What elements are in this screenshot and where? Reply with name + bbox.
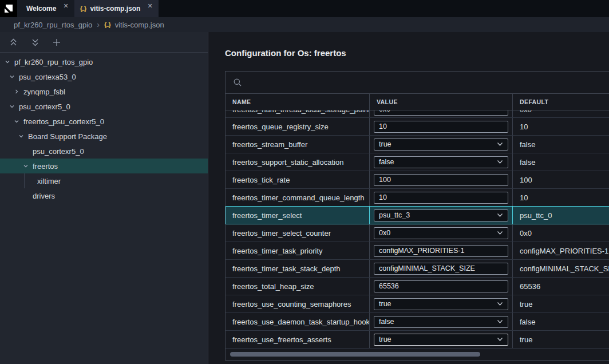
value-text: false [379,158,394,166]
param-default: 100 [520,176,532,184]
param-default: 10 [520,122,528,131]
config-panel: Configuration for Os: freertos NAME VALU… [208,32,609,364]
chevron-right-icon [14,89,23,94]
param-default-cell: true [513,295,609,312]
tree-item-label: Board Support Package [28,132,107,141]
json-file-icon: {..} [80,5,86,12]
chevron-down-icon [497,231,503,235]
table-search[interactable] [226,72,609,94]
table-row-freertos_use_counting_semaphores[interactable]: freertos_use_counting_semaphorestruetrue [226,295,609,313]
close-icon[interactable]: ✕ [147,2,152,10]
tree-item-xiltimer[interactable]: xiltimer [0,173,208,188]
param-name-cell: freertos_num_thread_local_storage_pointe… [226,110,370,118]
table-row-freertos_timer_select_counter[interactable]: freertos_timer_select_counter0x00x0 [226,224,609,242]
param-default: configMAX_PRIORITIES-1 [520,247,608,255]
table-body: freertos_num_thread_local_storage_pointe… [226,110,609,349]
param-value-cell: 10 [370,189,513,206]
table-row-freertos_queue_registry_size[interactable]: freertos_queue_registry_size1010 [226,118,609,136]
horizontal-scrollbar-thumb[interactable] [230,352,480,357]
expand-all-icon[interactable] [30,37,40,48]
value-input-freertos_timer_task_priority[interactable]: configMAX_PRIORITIES-1 [374,245,508,257]
param-default-cell: configMAX_PRIORITIES-1 [513,242,609,259]
param-name-cell: freertos_use_freertos_asserts [226,331,370,348]
tree-item-pf-kr260-rpu-rtos-gpio[interactable]: pf_kr260_rpu_rtos_gpio [0,54,208,69]
value-input-freertos_num_thread_local_storage_pointer[interactable]: 0x0 [374,110,508,116]
collapse-all-icon[interactable] [8,37,18,48]
tab-welcome[interactable]: Welcome ✕ [0,0,74,17]
breadcrumb-file[interactable]: vitis-comp.json [115,21,164,29]
param-default: true [520,335,532,344]
param-default: 0x0 [520,110,532,114]
tree-item-psu-cortexa53-0[interactable]: psu_cortexa53_0 [0,69,208,84]
chevron-down-icon [23,163,33,169]
value-input-freertos_timer_task_stack_depth[interactable]: configMINIMAL_STACK_SIZE [374,263,508,275]
chevron-down-icon [497,319,503,324]
value-text: false [379,318,394,326]
tree-item-drivers[interactable]: drivers [0,188,208,203]
tree-item-zynqmp-fsbl[interactable]: zynqmp_fsbl [0,84,208,99]
table-row-freertos_tick_rate[interactable]: freertos_tick_rate100100 [226,171,609,189]
value-input-freertos_tick_rate[interactable]: 100 [374,174,508,186]
param-default-cell: true [513,331,609,348]
param-name-cell: freertos_use_counting_semaphores [226,295,370,312]
param-value-cell: true [370,331,513,348]
page-title: Configuration for Os: freertos [225,48,609,58]
param-default: 10 [520,193,528,202]
close-icon[interactable]: ✕ [63,2,68,10]
tree-item-freertos[interactable]: freertos [0,159,208,173]
param-name: freertos_timer_command_queue_length [232,193,365,202]
value-select-freertos_use_counting_semaphores[interactable]: true [374,298,508,310]
table-row-freertos_timer_task_priority[interactable]: freertos_timer_task_priorityconfigMAX_PR… [226,242,609,260]
table-row-freertos_use_freertos_asserts[interactable]: freertos_use_freertos_assertstruetrue [226,331,609,349]
table-row-freertos_support_static_allocation[interactable]: freertos_support_static_allocationfalsef… [226,153,609,171]
value-text: 0x0 [379,110,390,113]
tab-vitis-comp-json[interactable]: {..} vitis-comp.json ✕ [74,0,159,17]
add-component-icon[interactable] [52,37,62,48]
param-default: 65536 [520,282,540,291]
param-default: 0x0 [520,229,532,238]
tree-item-psu-cortexr5-0[interactable]: psu_cortexr5_0 [0,99,208,114]
table-row-freertos_num_thread_local_storage_pointer[interactable]: freertos_num_thread_local_storage_pointe… [226,110,609,118]
param-name-cell: freertos_timer_select_counter [226,224,370,242]
table-row-freertos_use_daemon_task_startup_hook[interactable]: freertos_use_daemon_task_startup_hookfal… [226,313,609,331]
table-row-freertos_timer_command_queue_length[interactable]: freertos_timer_command_queue_length1010 [226,189,609,207]
tree-item-psu-cortexr5-0[interactable]: psu_cortexr5_0 [0,144,208,159]
param-name: freertos_timer_task_stack_depth [232,264,341,273]
param-name: freertos_stream_buffer [232,140,307,149]
value-text: configMAX_PRIORITIES-1 [379,247,464,255]
param-name: freertos_support_static_allocation [232,158,343,167]
chevron-down-icon [14,118,23,124]
tree-item-label: pf_kr260_rpu_rtos_gpio [14,58,93,66]
tree-item-label: psu_cortexr5_0 [19,102,70,111]
tree-item-label: xiltimer [37,177,61,185]
param-name-cell: freertos_queue_registry_size [226,118,370,135]
value-select-freertos_use_freertos_asserts[interactable]: true [374,334,508,346]
config-table: NAME VALUE DEFAULT freertos_num_thread_l… [225,71,609,361]
table-row-freertos_stream_buffer[interactable]: freertos_stream_buffertruefalse [226,136,609,153]
value-input-freertos_timer_command_queue_length[interactable]: 10 [374,192,508,204]
table-row-freertos_timer_select[interactable]: freertos_timer_selectpsu_ttc_3psu_ttc_0 [226,206,609,224]
value-input-freertos_total_heap_size[interactable]: 65536 [374,280,508,292]
param-value-cell: false [370,313,513,330]
value-text: 65536 [379,282,399,290]
column-header-default: DEFAULT [513,94,609,110]
tab-vitis-comp-json-label: vitis-comp.json [90,5,140,13]
param-default-cell: 10 [513,189,609,206]
search-icon [233,78,242,87]
value-text: configMINIMAL_STACK_SIZE [379,264,475,272]
param-default-cell: 100 [513,171,609,188]
chevron-down-icon [9,104,19,109]
value-text: 10 [379,193,387,201]
value-select-freertos_timer_select_counter[interactable]: 0x0 [374,227,508,239]
tree-item-freertos-psu-cortexr5-0[interactable]: freertos_psu_cortexr5_0 [0,114,208,129]
value-select-freertos_use_daemon_task_startup_hook[interactable]: false [374,316,508,328]
breadcrumb-project[interactable]: pf_kr260_rpu_rtos_gpio [14,21,92,29]
table-row-freertos_timer_task_stack_depth[interactable]: freertos_timer_task_stack_depthconfigMIN… [226,260,609,278]
tree-item-board-support-package[interactable]: Board Support Package [0,129,208,144]
value-select-freertos_stream_buffer[interactable]: true [374,139,508,151]
table-row-freertos_total_heap_size[interactable]: freertos_total_heap_size6553665536 [226,278,609,295]
value-select-freertos_timer_select[interactable]: psu_ttc_3 [374,209,508,221]
value-select-freertos_support_static_allocation[interactable]: false [374,156,508,168]
param-value-cell: false [370,153,513,171]
value-input-freertos_queue_registry_size[interactable]: 10 [374,121,508,133]
